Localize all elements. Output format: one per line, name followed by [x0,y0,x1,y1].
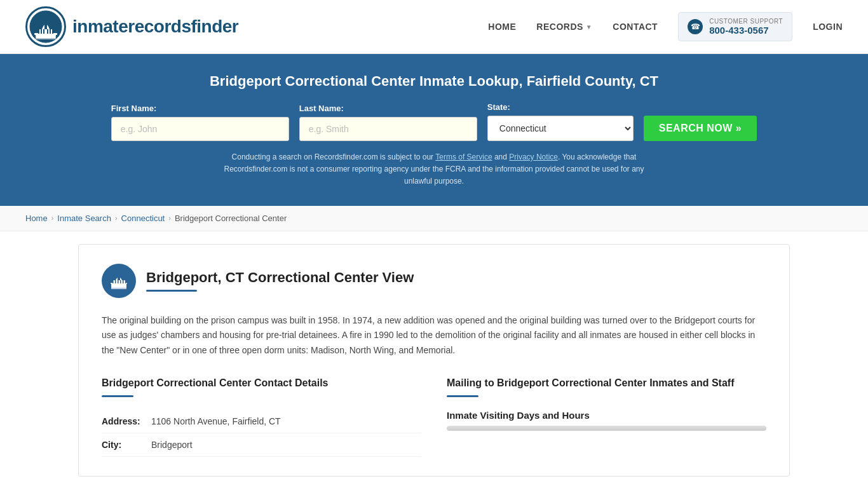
nav-records[interactable]: RECORDS ▼ [536,22,592,32]
facility-title: Bridgeport, CT Correctional Center View [146,269,414,286]
svg-rect-9 [50,29,51,34]
svg-rect-10 [52,29,53,34]
search-form: First Name: Last Name: State: Connecticu… [25,102,843,141]
city-row: City: Bridgeport [102,433,421,457]
state-label: State: [487,102,510,112]
support-label: CUSTOMER SUPPORT [709,18,783,25]
svg-rect-7 [43,29,44,34]
svg-rect-20 [120,280,121,283]
site-header: inmaterecordsfinder HOME RECORDS ▼ CONTA… [0,0,868,54]
svg-rect-18 [115,280,116,283]
facility-header: Bridgeport, CT Correctional Center View [102,264,766,298]
breadcrumb: Home › Inmate Search › Connecticut › Bri… [0,206,868,231]
logo-part2: finder [191,17,238,36]
visiting-section: Inmate Visiting Days and Hours [447,410,766,431]
support-box[interactable]: ☎ CUSTOMER SUPPORT 800-433-0567 [678,12,792,41]
breadcrumb-facility: Bridgeport Correctional Center [175,214,287,223]
svg-rect-23 [111,288,126,289]
search-button[interactable]: SEARCH NOW » [644,116,757,141]
svg-rect-16 [118,276,120,280]
svg-rect-5 [38,29,39,34]
scroll-indicator [447,426,766,431]
breadcrumb-home[interactable]: Home [25,214,48,223]
two-column-layout: Bridgeport Correctional Center Contact D… [102,377,766,457]
logo-icon [25,6,66,47]
support-number: 800-433-0567 [709,25,783,36]
nav-login[interactable]: LOGIN [813,22,843,32]
privacy-link[interactable]: Privacy Notice [509,152,558,161]
first-name-group: First Name: [111,104,289,141]
breadcrumb-inmate-search[interactable]: Inmate Search [57,214,111,223]
address-value: 1106 North Avenue, Fairfield, CT [151,416,281,426]
svg-rect-6 [41,29,42,34]
disclaimer-text: Conducting a search on Recordsfinder.com… [212,151,656,188]
banner-title: Bridgeport Correctional Center Inmate Lo… [25,73,843,90]
city-value: Bridgeport [151,440,193,450]
svg-rect-3 [34,33,57,35]
svg-rect-12 [36,38,56,39]
content-card: Bridgeport, CT Correctional Center View … [78,244,790,477]
svg-rect-22 [125,280,126,283]
svg-rect-21 [123,280,124,283]
svg-rect-11 [36,37,56,38]
breadcrumb-sep-1: › [51,214,54,222]
svg-rect-8 [47,29,48,34]
first-name-input[interactable] [111,117,289,141]
logo-part1: inmaterecords [72,17,191,36]
contact-details-section: Bridgeport Correctional Center Contact D… [102,377,421,457]
svg-rect-17 [112,280,114,283]
mailing-section-title: Mailing to Bridgeport Correctional Cente… [447,377,766,389]
mailing-section: Mailing to Bridgeport Correctional Cente… [447,377,766,457]
breadcrumb-sep-3: › [168,214,171,222]
terms-link[interactable]: Terms of Service [435,152,492,161]
main-content: Bridgeport, CT Correctional Center View … [53,244,815,477]
search-banner: Bridgeport Correctional Center Inmate Lo… [0,54,868,206]
nav-records-label: RECORDS [536,22,583,32]
mailing-divider [447,395,478,397]
contact-section-title: Bridgeport Correctional Center Contact D… [102,377,421,389]
nav-contact[interactable]: CONTACT [613,22,658,32]
facility-description: The original building on the prison camp… [102,313,766,358]
svg-rect-4 [44,24,47,29]
last-name-group: Last Name: [299,104,477,141]
support-text: CUSTOMER SUPPORT 800-433-0567 [709,18,783,36]
visiting-title: Inmate Visiting Days and Hours [447,410,766,421]
address-label: Address: [102,416,146,426]
breadcrumb-sep-2: › [115,214,118,222]
facility-icon [102,264,136,298]
logo-area: inmaterecordsfinder [25,6,238,47]
main-nav: HOME RECORDS ▼ CONTACT ☎ CUSTOMER SUPPOR… [488,12,843,41]
breadcrumb-state[interactable]: Connecticut [121,214,165,223]
last-name-label: Last Name: [299,104,344,113]
city-label: City: [102,440,146,450]
last-name-input[interactable] [299,117,477,141]
state-group: State: Connecticut Alabama Alaska Arizon… [487,102,634,141]
title-underline [146,290,197,292]
first-name-label: First Name: [111,104,157,113]
state-select[interactable]: Connecticut Alabama Alaska Arizona Calif… [487,116,634,141]
phone-icon: ☎ [688,19,703,34]
address-row: Address: 1106 North Avenue, Fairfield, C… [102,410,421,433]
contact-divider [102,395,133,397]
logo-text: inmaterecordsfinder [72,17,238,37]
svg-rect-2 [38,29,53,34]
chevron-down-icon: ▼ [586,24,592,30]
svg-rect-19 [118,280,119,283]
nav-home[interactable]: HOME [488,22,516,32]
facility-title-block: Bridgeport, CT Correctional Center View [146,269,414,292]
